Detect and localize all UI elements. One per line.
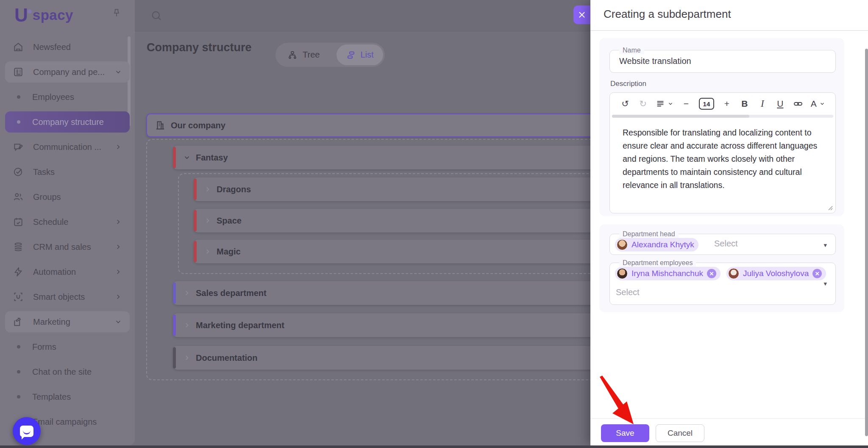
dropdown-caret-icon[interactable]: ▾ [823,280,827,288]
remove-chip-icon[interactable]: ✕ [812,269,822,278]
sidebar-item-groups[interactable]: Groups [5,186,130,207]
check-circle-icon [12,166,25,178]
sidebar-item-schedule[interactable]: Schedule [5,211,130,232]
undo-icon[interactable]: ↺ [620,97,630,111]
redo-icon[interactable]: ↻ [638,97,648,111]
chevron-right-icon[interactable] [204,217,211,224]
building-icon [155,120,166,131]
pin-icon[interactable] [111,8,122,19]
dropdown-caret-icon[interactable]: ▾ [823,241,827,249]
department-head-select[interactable]: Department head Alexandra Khytyk Select … [609,234,836,255]
sidebar-item-label: Marketing [33,317,114,327]
tree-row-dragons[interactable]: Dragons [194,177,618,201]
department-color-bar [173,315,176,336]
calendar-check-icon [12,216,25,228]
chat-edit-icon [12,141,25,153]
chevron-right-icon [114,218,122,226]
align-icon[interactable] [656,97,673,111]
sidebar-item-smart-objects[interactable]: Smart objects [5,286,130,307]
chevron-down-icon [114,318,122,326]
tree-row-fantasy[interactable]: Fantasy [173,146,618,169]
department-color-bar [173,282,176,304]
description-editor[interactable]: ↺ ↻ − 14 + B I U A [609,92,836,213]
sidebar-item-crm-and-sales[interactable]: CRM and sales [5,236,130,257]
sidebar-item-label: CRM and sales [33,242,114,252]
department-employees-select[interactable]: Department employees Iryna Mishchanchuk … [609,263,836,305]
font-size-value[interactable]: 14 [699,98,714,110]
modal-title: Creating a subdepartment [604,8,731,21]
sidebar-item-label: Forms [32,342,130,352]
selected-user-chip[interactable]: Juliya Voloshylova ✕ [726,267,826,280]
italic-icon[interactable]: I [757,97,768,111]
department-name: Our company [171,121,225,130]
sidebar-item-company-and-people[interactable]: Company and pe... [5,61,130,83]
name-description-card: Name Website translation Description ↺ ↻… [599,38,844,216]
link-icon[interactable] [793,97,803,111]
chevron-down-icon[interactable] [183,154,191,161]
user-name: Juliya Voloshylova [743,269,809,278]
department-color-bar [173,347,176,368]
megaphone-icon [12,315,25,328]
members-card: Department head Alexandra Khytyk Select … [599,224,844,312]
tree-row-documentation[interactable]: Documentation [173,346,618,370]
logo-dot-icon [28,9,32,14]
tree-row-marketing-department[interactable]: Marketing department [173,313,618,337]
selected-user-chip[interactable]: Iryna Mishchanchuk ✕ [615,267,721,280]
sidebar-item-newsfeed[interactable]: Newsfeed [5,36,130,58]
avatar [617,239,628,250]
chevron-right-icon[interactable] [183,354,191,362]
cancel-button[interactable]: Cancel [656,424,704,442]
sidebar-item-label: Company structure [32,117,130,127]
sidebar-item-templates[interactable]: Templates [5,386,130,407]
bold-icon[interactable]: B [740,97,750,111]
department-color-bar [173,147,176,168]
chevron-right-icon[interactable] [183,289,191,297]
sidebar-item-marketing[interactable]: Marketing [5,311,130,332]
tab-list-view[interactable]: List [337,44,383,65]
department-name: Dragons [217,185,251,194]
tree-row-our-company[interactable]: Our company [146,113,618,137]
bullet-icon [17,345,20,348]
name-field-label: Name [619,47,644,54]
chevron-right-icon [114,293,122,301]
sidebar-item-automation[interactable]: Automation [5,261,130,282]
avatar [728,268,739,279]
name-field[interactable]: Name Website translation [609,50,836,73]
modal-scrollbar[interactable] [865,49,868,436]
window-edge [0,445,868,448]
sidebar-item-forms[interactable]: Forms [5,336,130,357]
chevron-right-icon[interactable] [183,321,191,329]
sidebar-item-tasks[interactable]: Tasks [5,161,130,183]
chevron-right-icon[interactable] [204,248,211,255]
text-color-icon[interactable]: A [811,97,825,111]
font-size-decrease-icon[interactable]: − [681,97,691,111]
remove-chip-icon[interactable]: ✕ [707,269,716,278]
tree-row-magic[interactable]: Magic [194,240,618,263]
select-placeholder: Select [714,239,738,249]
sidebar-item-communication[interactable]: Communication ... [5,136,130,158]
resize-handle-icon[interactable] [828,205,833,210]
chevron-right-icon [114,243,122,251]
close-button[interactable] [573,6,590,24]
font-size-increase-icon[interactable]: + [722,97,732,111]
view-toggle: Tree List [275,43,385,67]
sidebar-item-chat-on-the-site[interactable]: Chat on the site [5,361,130,382]
app-logo[interactable]: U spacy [14,5,73,25]
editor-hscrollbar[interactable] [612,115,833,118]
bullet-icon [17,95,20,99]
selected-user-chip[interactable]: Alexandra Khytyk [615,238,698,252]
sidebar-item-company-structure[interactable]: Company structure [5,111,130,133]
description-label: Description [610,80,646,88]
page-title: Company structure [147,41,252,54]
tree-row-space[interactable]: Space [194,209,618,232]
tab-tree-view[interactable]: Tree [287,50,320,60]
editor-toolbar: ↺ ↻ − 14 + B I U A [610,93,835,115]
search-icon[interactable] [150,9,163,22]
sidebar-item-label: Tasks [33,167,130,177]
chat-widget-button[interactable] [13,417,41,445]
description-text[interactable]: Responsible for translating and localizi… [610,118,835,192]
chevron-right-icon[interactable] [204,185,211,193]
tree-row-sales-department[interactable]: Sales department [173,281,618,305]
sidebar-item-employees[interactable]: Employees [5,86,130,108]
underline-icon[interactable]: U [775,97,785,111]
